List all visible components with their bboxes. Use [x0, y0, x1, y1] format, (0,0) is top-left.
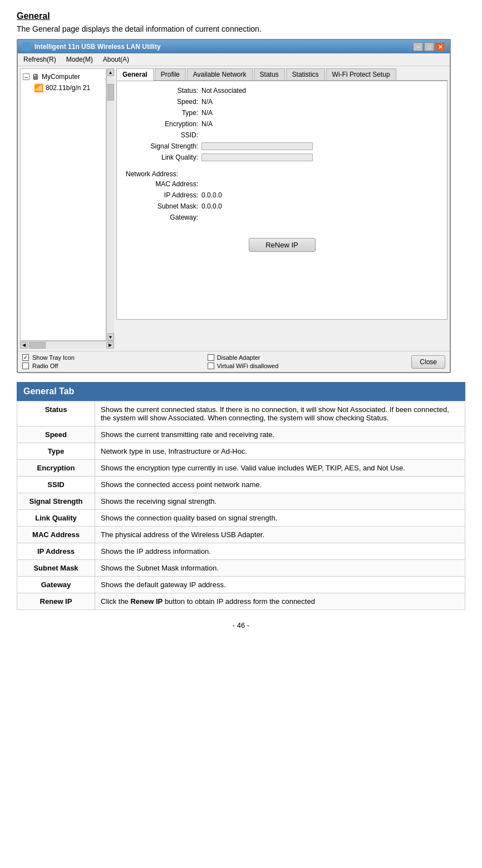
definition-cell: Network type in use, Infrastructure or A…: [95, 443, 465, 460]
tree-expand-icon[interactable]: –: [23, 73, 29, 80]
tab-panel: General Profile Available Network Status…: [116, 68, 447, 349]
table-row: IP AddressShows the IP address informati…: [17, 543, 465, 560]
show-tray-checkbox[interactable]: [22, 354, 29, 361]
menu-refresh[interactable]: Refresh(R): [21, 54, 58, 65]
table-row: EncryptionShows the encryption type curr…: [17, 460, 465, 477]
scroll-down-arrow[interactable]: ▼: [107, 333, 114, 341]
dialog-controls: – □ ✕: [413, 42, 445, 51]
signal-strength-bar: [201, 142, 313, 150]
minimize-button[interactable]: –: [413, 42, 423, 51]
renew-ip-button[interactable]: ReNew IP: [249, 238, 316, 252]
scroll-thumb[interactable]: [107, 84, 114, 101]
link-quality-label: Link Quality:: [126, 153, 198, 161]
tab-statistics[interactable]: Statistics: [286, 68, 325, 80]
tree-scrollbar-h[interactable]: ◀ ▶: [20, 341, 114, 349]
bottom-center: Disable Adapter Virtual WiFi disallowed: [208, 354, 278, 369]
scroll-right-arrow[interactable]: ▶: [106, 342, 114, 349]
scroll-up-arrow[interactable]: ▲: [107, 68, 114, 76]
main-dialog: Intelligent 11n USB Wireless LAN Utility…: [17, 39, 451, 373]
page-heading: General: [17, 11, 465, 21]
show-tray-label: Show Tray Icon: [32, 354, 75, 361]
info-row-gateway: Gateway:: [126, 214, 438, 221]
table-row: GatewayShows the default gateway IP addr…: [17, 577, 465, 593]
scroll-left-arrow[interactable]: ◀: [20, 342, 28, 349]
tab-available-network[interactable]: Available Network: [187, 68, 253, 80]
term-cell: MAC Address: [17, 527, 95, 543]
tab-wifi-protect-setup[interactable]: Wi-Fi Protect Setup: [326, 68, 396, 80]
close-dialog-button[interactable]: Close: [411, 355, 445, 369]
term-cell: Type: [17, 443, 95, 460]
term-cell: IP Address: [17, 543, 95, 560]
info-row-subnet: Subnet Mask: 0.0.0.0: [126, 202, 438, 210]
tree-child-node[interactable]: 📶 802.11b/g/n 21: [34, 82, 104, 93]
dialog-titlebar: Intelligent 11n USB Wireless LAN Utility…: [18, 40, 450, 53]
term-cell: Link Quality: [17, 510, 95, 527]
definition-cell: Shows the current transmitting rate and …: [95, 426, 465, 443]
status-label: Status:: [126, 87, 198, 95]
tab-profile[interactable]: Profile: [155, 68, 186, 80]
table-row: Renew IPClick the Renew IP button to obt…: [17, 593, 465, 610]
mac-address-label: MAC Address:: [126, 180, 198, 188]
restore-button[interactable]: □: [424, 42, 434, 51]
computer-icon: 🖥: [32, 72, 40, 81]
subnet-mask-value: 0.0.0.0: [201, 202, 222, 210]
tree-scrollbar-v[interactable]: ▲ ▼: [106, 68, 114, 341]
tab-content-general: Status: Not Associated Speed: N/A Type: …: [116, 81, 447, 320]
page-number: - 46 -: [17, 621, 465, 629]
tree-panel: – 🖥 MyComputer 📶 802.11b/g/n 21: [20, 68, 106, 341]
table-row: Signal StrengthShows the receiving signa…: [17, 493, 465, 510]
menu-bar: Refresh(R) Mode(M) About(A): [18, 53, 450, 66]
ip-address-label: IP Address:: [126, 191, 198, 199]
general-tab-section-header: General Tab: [17, 382, 465, 401]
status-value: Not Associated: [201, 87, 246, 95]
scroll-thumb-h[interactable]: [29, 342, 46, 349]
info-row-encryption: Encryption: N/A: [126, 120, 438, 128]
virtual-wifi-row: Virtual WiFi disallowed: [208, 363, 278, 369]
speed-label: Speed:: [126, 98, 198, 106]
info-row-ssid: SSID:: [126, 131, 438, 139]
definition-cell: Shows the encryption type currently in u…: [95, 460, 465, 477]
term-cell: Speed: [17, 426, 95, 443]
info-row-speed: Speed: N/A: [126, 98, 438, 106]
table-row: SSIDShows the connected access point net…: [17, 477, 465, 493]
term-cell: SSID: [17, 477, 95, 493]
general-tab-table: StatusShows the current connected status…: [17, 401, 465, 610]
radio-off-row: Radio Off: [22, 363, 75, 369]
app-icon: [22, 42, 31, 51]
close-window-button[interactable]: ✕: [435, 42, 445, 51]
dialog-bottombar: Show Tray Icon Radio Off Disable Adapter…: [18, 351, 450, 372]
encryption-value: N/A: [201, 120, 213, 128]
virtual-wifi-label: Virtual WiFi disallowed: [217, 363, 278, 369]
type-value: N/A: [201, 109, 213, 117]
table-row: SpeedShows the current transmitting rate…: [17, 426, 465, 443]
info-row-link-quality: Link Quality:: [126, 153, 438, 161]
table-row: Subnet MaskShows the Subnet Mask informa…: [17, 560, 465, 577]
definition-cell: Shows the connection quality based on si…: [95, 510, 465, 527]
definition-cell: Shows the connected access point network…: [95, 477, 465, 493]
info-row-type: Type: N/A: [126, 109, 438, 117]
term-cell: Renew IP: [17, 593, 95, 610]
tree-child-label: 802.11b/g/n 21: [46, 84, 90, 92]
term-cell: Gateway: [17, 577, 95, 593]
definition-cell: Shows the receiving signal strength.: [95, 493, 465, 510]
gateway-label: Gateway:: [126, 214, 198, 221]
wifi-icon: 📶: [34, 83, 43, 92]
term-cell: Status: [17, 401, 95, 426]
type-label: Type:: [126, 109, 198, 117]
radio-off-checkbox[interactable]: [22, 363, 29, 369]
virtual-wifi-checkbox[interactable]: [208, 363, 214, 369]
menu-mode[interactable]: Mode(M): [64, 54, 95, 65]
speed-value: N/A: [201, 98, 213, 106]
info-row-status: Status: Not Associated: [126, 87, 438, 95]
menu-about[interactable]: About(A): [101, 54, 131, 65]
disable-adapter-checkbox[interactable]: [208, 354, 214, 361]
info-row-signal-strength: Signal Strength:: [126, 142, 438, 150]
signal-strength-label: Signal Strength:: [126, 142, 198, 150]
tree-root-node[interactable]: – 🖥 MyComputer: [23, 71, 104, 82]
tree-root-label: MyComputer: [42, 73, 80, 81]
table-row: StatusShows the current connected status…: [17, 401, 465, 426]
tab-status[interactable]: Status: [254, 68, 285, 80]
info-row-mac: MAC Address:: [126, 180, 438, 188]
tab-general[interactable]: General: [116, 68, 154, 81]
tab-bar: General Profile Available Network Status…: [116, 68, 447, 81]
